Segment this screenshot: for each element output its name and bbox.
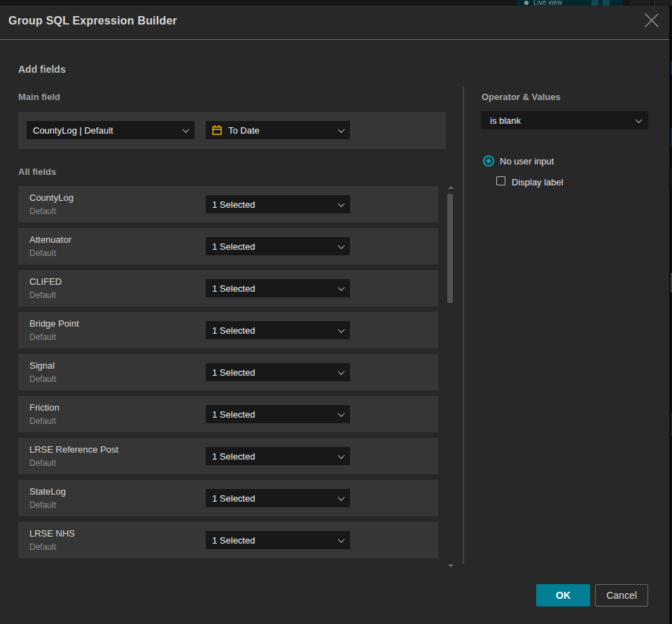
field-selected-value: 1 Selected [212,325,255,336]
field-selected-dropdown[interactable]: 1 Selected [206,279,350,297]
operator-values-label: Operator & Values [482,92,561,102]
chevron-down-icon [183,126,190,133]
field-row: Attenuator Default 1 Selected [18,228,438,264]
background-button [654,1,672,6]
scrollbar-down-arrow[interactable] [448,565,454,567]
field-source: Default [29,416,56,426]
display-label-label: Display label [512,177,564,187]
field-row: LRSE NHS Default 1 Selected [18,522,438,558]
field-selected-value: 1 Selected [212,283,255,294]
field-row: CLIFED Default 1 Selected [18,270,438,306]
scrollbar-thumb[interactable] [447,194,453,303]
field-selected-value: 1 Selected [212,493,255,504]
field-name: Attenuator [29,234,71,245]
main-field-label: Main field [18,92,60,102]
chevron-down-icon [338,368,345,375]
background-right-sliver [669,6,672,624]
page: Live view Group SQL Expression Builder A… [0,0,672,624]
field-selected-value: 1 Selected [212,241,255,252]
field-source: Default [29,374,56,384]
close-icon[interactable] [644,13,659,28]
background-app-strip: Live view [0,0,672,6]
no-user-input-radio[interactable] [483,155,494,166]
vertical-divider [463,87,464,564]
background-button [631,1,650,6]
field-source: Default [29,500,56,510]
field-row: CountyLog Default 1 Selected [18,186,438,222]
scrollbar-up-arrow[interactable] [448,186,454,189]
field-row: Friction Default 1 Selected [18,396,438,432]
live-view-dot-icon [524,1,528,5]
operator-dropdown[interactable]: is blank [481,111,648,129]
header-divider [0,39,669,40]
field-selected-dropdown[interactable]: 1 Selected [206,405,350,423]
chevron-down-icon [338,410,345,417]
field-selected-value: 1 Selected [212,451,255,462]
field-row: StateLog Default 1 Selected [18,480,438,516]
chevron-down-icon [338,242,345,249]
live-view-label: Live view [533,0,562,6]
field-name: StateLog [29,486,66,497]
field-name: CountyLog [29,192,74,203]
field-selected-dropdown[interactable]: 1 Selected [206,195,350,213]
field-source: Default [29,332,56,342]
main-field-type-dropdown[interactable]: To Date [206,121,350,139]
dialog-title: Group SQL Expression Builder [8,15,177,27]
toolbar-button-icon [592,0,598,6]
field-selected-dropdown[interactable]: 1 Selected [206,237,350,255]
chevron-down-icon [338,126,345,133]
chevron-down-icon [338,452,345,459]
field-name: CLIFED [29,276,62,287]
cancel-button[interactable]: Cancel [595,584,648,607]
add-fields-heading: Add fields [18,64,66,75]
field-name: LRSE NHS [29,528,75,539]
main-field-dropdown-value: CountyLog | Default [33,125,113,136]
main-field-dropdown[interactable]: CountyLog | Default [27,121,195,139]
field-selected-value: 1 Selected [212,535,255,546]
display-label-checkbox[interactable] [496,176,505,185]
calendar-icon [212,125,222,135]
all-fields-label: All fields [18,166,56,177]
field-source: Default [29,290,56,300]
field-source: Default [29,542,56,552]
field-selected-dropdown[interactable]: 1 Selected [206,321,350,339]
chevron-down-icon [636,116,643,123]
toolbar-button-icon [603,0,610,6]
chevron-down-icon [338,326,345,333]
field-source: Default [29,206,56,216]
live-view-toggle[interactable]: Live view [517,0,623,6]
ok-button[interactable]: OK [536,584,590,607]
chevron-down-icon [338,536,345,543]
chevron-down-icon [338,494,345,501]
field-name: Bridge Point [29,318,79,329]
field-selected-dropdown[interactable]: 1 Selected [206,447,350,465]
field-source: Default [29,248,56,258]
field-name: Signal [29,360,55,371]
field-source: Default [29,458,56,468]
field-selected-value: 1 Selected [212,367,255,378]
no-user-input-label: No user input [500,156,554,166]
field-row: Bridge Point Default 1 Selected [18,312,438,348]
chevron-down-icon [338,200,345,207]
field-selected-value: 1 Selected [212,409,255,420]
field-row: LRSE Reference Post Default 1 Selected [18,438,438,474]
field-selected-dropdown[interactable]: 1 Selected [206,531,350,549]
field-name: LRSE Reference Post [29,444,118,455]
operator-dropdown-value: is blank [490,115,521,126]
chevron-down-icon [338,284,345,291]
main-field-type-value: To Date [228,125,260,136]
field-row: Signal Default 1 Selected [18,354,438,390]
field-selected-dropdown[interactable]: 1 Selected [206,489,350,507]
field-selected-dropdown[interactable]: 1 Selected [206,363,350,381]
field-selected-value: 1 Selected [212,199,255,210]
field-name: Friction [29,402,59,413]
